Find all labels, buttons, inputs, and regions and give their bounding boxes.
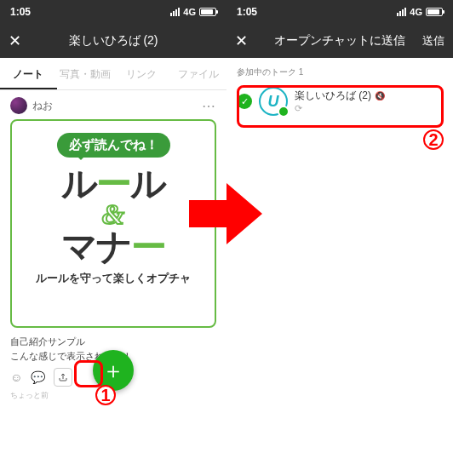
smile-icon[interactable]: ☺ <box>10 370 22 384</box>
statusbar: 1:05 4G <box>0 0 226 24</box>
post-author: ねお <box>32 99 53 113</box>
page-title: 楽しいひろば (2) <box>69 33 158 49</box>
arrow-annotation <box>189 183 264 244</box>
close-icon[interactable]: ✕ <box>9 33 21 49</box>
network-label: 4G <box>183 7 196 17</box>
more-icon[interactable]: ⋯ <box>202 98 216 114</box>
statusbar: 1:05 4G <box>226 0 453 24</box>
status-time: 1:05 <box>237 6 257 18</box>
avatar[interactable] <box>10 97 27 114</box>
status-time: 1:05 <box>10 6 31 18</box>
share-button[interactable] <box>54 368 72 387</box>
callout-box-2 <box>237 85 444 128</box>
tabs: ノート 写真・動画 リンク ファイル <box>0 58 226 90</box>
rules-image: 必ず読んでね！ ルール & マナー ルールを守って楽しくオプチャ <box>10 119 216 328</box>
send-button[interactable]: 送信 <box>422 33 444 49</box>
tab-photo[interactable]: 写真・動画 <box>57 58 114 89</box>
signal-icon <box>397 8 406 16</box>
callout-number-1: 1 <box>95 385 116 405</box>
callout-box-1 <box>74 360 103 387</box>
battery-icon <box>199 8 216 16</box>
speech-bubble: 必ず読んでね！ <box>57 133 170 158</box>
tab-link[interactable]: リンク <box>113 58 170 89</box>
signal-icon <box>170 8 180 16</box>
close-icon[interactable]: ✕ <box>235 33 248 49</box>
tab-file[interactable]: ファイル <box>170 58 227 89</box>
navbar-right: ✕ オープンチャットに送信 送信 <box>226 24 453 58</box>
callout-number-2: 2 <box>423 129 444 150</box>
navbar-left: ✕ 楽しいひろば (2) <box>0 24 226 58</box>
network-label: 4G <box>410 7 422 17</box>
page-title: オープンチャットに送信 <box>274 33 405 49</box>
post-text-1: 自己紹介サンプル <box>10 335 216 349</box>
rules-subtitle: ルールを守って楽しくオプチャ <box>36 272 191 286</box>
tab-note[interactable]: ノート <box>0 58 57 89</box>
battery-icon <box>426 8 443 16</box>
comment-icon[interactable]: 💬 <box>31 370 45 384</box>
section-label: 参加中のトーク 1 <box>226 58 453 83</box>
